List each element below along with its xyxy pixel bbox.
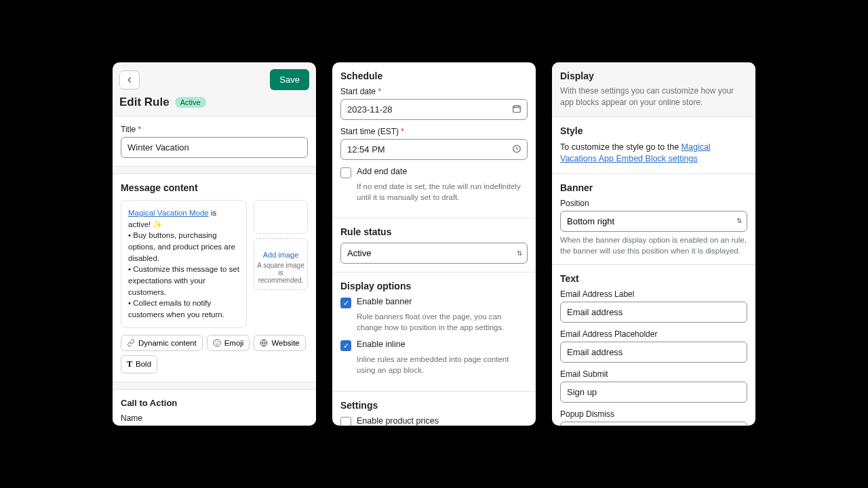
add-image-link[interactable]: Add image xyxy=(257,251,304,259)
clock-icon xyxy=(512,144,521,155)
add-end-date-checkbox[interactable] xyxy=(340,167,351,178)
image-upload-area: Add image A square image is recommended. xyxy=(254,200,308,328)
email-submit-input[interactable] xyxy=(560,382,747,403)
style-heading: Style xyxy=(560,125,747,136)
website-button[interactable]: Website xyxy=(254,335,305,351)
display-panel: Display With these settings you can cust… xyxy=(552,62,755,426)
cta-heading: Call to Action xyxy=(121,398,308,408)
message-editor[interactable]: Magical Vacation Mode is active! ✨ • Buy… xyxy=(121,200,247,328)
text-heading: Text xyxy=(560,273,747,284)
page-title: Edit Rule xyxy=(119,96,170,109)
rule-status-heading: Rule status xyxy=(340,226,528,237)
bold-icon: T xyxy=(127,359,132,369)
display-options-heading: Display options xyxy=(340,281,528,291)
back-button[interactable] xyxy=(119,70,140,89)
popup-dismiss-input[interactable] xyxy=(560,422,747,426)
emoji-icon xyxy=(213,339,221,347)
banner-position-help: When the banner display option is enable… xyxy=(560,235,747,256)
link-icon xyxy=(127,339,135,347)
enable-inline-checkbox[interactable] xyxy=(340,340,351,351)
message-content-heading: Message content xyxy=(121,182,308,193)
message-bullet-3: Collect emails to notify customers when … xyxy=(128,299,224,319)
start-date-label: Start date * xyxy=(340,87,528,96)
add-end-date-label: Add end date xyxy=(357,167,407,176)
email-placeholder-input[interactable] xyxy=(560,342,747,363)
style-text: To customize the style go to the xyxy=(560,142,682,152)
svg-point-2 xyxy=(218,342,218,342)
save-button[interactable]: Save xyxy=(270,69,309,90)
schedule-panel: Schedule Start date * Start time (EST) * xyxy=(332,62,536,426)
enable-banner-checkbox[interactable] xyxy=(340,298,351,308)
banner-position-select[interactable]: Bottom right xyxy=(560,211,747,232)
email-label-input[interactable] xyxy=(560,302,747,323)
add-image-dropzone[interactable]: Add image A square image is recommended. xyxy=(254,238,308,290)
cta-name-label: Name xyxy=(121,413,308,423)
email-submit-label: Email Submit xyxy=(560,369,747,379)
end-date-help: If no end date is set, the rule will run… xyxy=(357,181,528,203)
settings-heading: Settings xyxy=(340,400,528,411)
status-badge: Active xyxy=(175,97,206,108)
enable-prices-checkbox[interactable] xyxy=(340,417,351,426)
rule-status-select[interactable]: Active xyxy=(340,243,528,264)
svg-point-1 xyxy=(216,342,216,342)
chevron-updown-icon: ⇅ xyxy=(736,218,742,224)
calendar-icon xyxy=(512,104,521,115)
message-mode-link[interactable]: Magical Vacation Mode xyxy=(128,209,209,217)
enable-inline-label: Enable inline xyxy=(357,340,406,349)
message-bullet-1: Buy buttons, purchasing options, and pro… xyxy=(128,231,235,262)
email-placeholder-label: Email Address Placeholder xyxy=(560,329,747,339)
emoji-button[interactable]: Emoji xyxy=(207,335,250,351)
banner-heading: Banner xyxy=(560,182,747,193)
display-heading: Display xyxy=(560,70,747,81)
display-description: With these settings you can customize ho… xyxy=(560,85,747,108)
enable-banner-help: Rule banners float over the page, you ca… xyxy=(357,311,528,333)
title-label: Title * xyxy=(121,125,308,134)
edit-rule-panel: Save Edit Rule Active Title * Message co… xyxy=(113,62,316,426)
schedule-heading: Schedule xyxy=(340,70,528,81)
message-bullet-2: Customize this message to set expectatio… xyxy=(128,265,239,296)
svg-point-0 xyxy=(214,340,220,346)
image-hint: A square image is recommended. xyxy=(257,262,304,284)
arrow-left-icon xyxy=(125,75,134,85)
enable-inline-help: Inline rules are embedded into page cont… xyxy=(357,354,528,375)
dynamic-content-button[interactable]: Dynamic content xyxy=(121,335,203,351)
start-date-input[interactable] xyxy=(340,99,528,120)
svg-rect-4 xyxy=(513,106,521,112)
start-time-label: Start time (EST) * xyxy=(340,127,528,136)
bold-button[interactable]: T Bold xyxy=(121,355,157,373)
banner-position-label: Position xyxy=(560,199,747,208)
enable-prices-label: Enable product prices xyxy=(357,416,439,426)
title-input[interactable] xyxy=(121,137,308,158)
popup-dismiss-label: Popup Dismiss xyxy=(560,409,747,419)
chevron-updown-icon: ⇅ xyxy=(517,250,522,257)
enable-banner-label: Enable banner xyxy=(357,297,412,306)
globe-icon xyxy=(260,339,268,347)
email-label-label: Email Address Label xyxy=(560,289,747,299)
start-time-input[interactable] xyxy=(340,139,528,160)
